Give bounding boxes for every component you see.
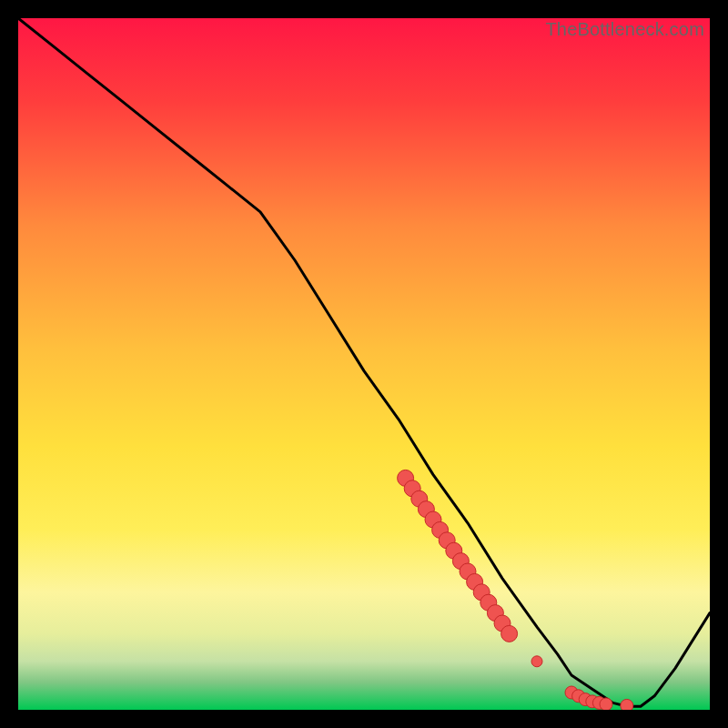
highlight-dot [600, 698, 612, 710]
chart-svg [18, 18, 710, 710]
gradient-background [18, 18, 710, 710]
highlight-dot [621, 699, 633, 710]
highlight-dot [501, 625, 518, 642]
chart-frame: TheBottleneck.com [18, 18, 710, 710]
highlight-dot [531, 656, 542, 667]
